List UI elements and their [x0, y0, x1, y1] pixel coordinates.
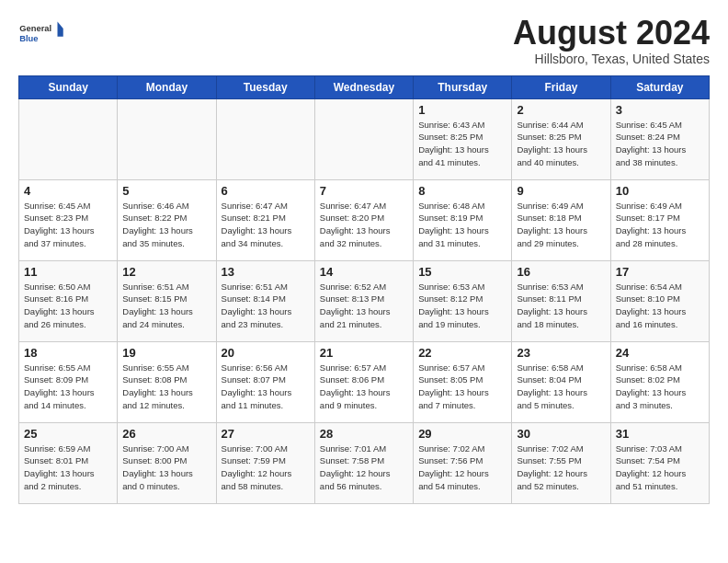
- day-number: 1: [418, 103, 506, 117]
- calendar-cell: 16Sunrise: 6:53 AMSunset: 8:11 PMDayligh…: [512, 260, 610, 341]
- day-info: Sunrise: 6:55 AMSunset: 8:08 PMDaylight:…: [122, 362, 210, 412]
- calendar-cell: [314, 98, 413, 179]
- day-number: 23: [517, 346, 605, 360]
- logo: General Blue: [18, 15, 64, 52]
- day-info: Sunrise: 6:55 AMSunset: 8:09 PMDaylight:…: [24, 362, 112, 412]
- calendar-cell: 4Sunrise: 6:45 AMSunset: 8:23 PMDaylight…: [19, 179, 118, 260]
- calendar-cell: 11Sunrise: 6:50 AMSunset: 8:16 PMDayligh…: [19, 260, 118, 341]
- day-info: Sunrise: 6:52 AMSunset: 8:13 PMDaylight:…: [320, 281, 408, 331]
- day-number: 30: [517, 427, 605, 441]
- day-number: 18: [24, 346, 112, 360]
- day-info: Sunrise: 6:51 AMSunset: 8:14 PMDaylight:…: [222, 281, 310, 331]
- day-info: Sunrise: 6:51 AMSunset: 8:15 PMDaylight:…: [122, 281, 210, 331]
- calendar-cell: 13Sunrise: 6:51 AMSunset: 8:14 PMDayligh…: [216, 260, 314, 341]
- day-info: Sunrise: 6:58 AMSunset: 8:02 PMDaylight:…: [616, 362, 704, 412]
- day-number: 27: [222, 427, 310, 441]
- calendar-cell: 15Sunrise: 6:53 AMSunset: 8:12 PMDayligh…: [414, 260, 512, 341]
- calendar-cell: 27Sunrise: 7:00 AMSunset: 7:59 PMDayligh…: [216, 422, 314, 503]
- day-info: Sunrise: 6:45 AMSunset: 8:23 PMDaylight:…: [24, 200, 112, 250]
- day-number: 21: [320, 346, 408, 360]
- day-info: Sunrise: 7:00 AMSunset: 8:00 PMDaylight:…: [122, 442, 210, 493]
- week-row-3: 11Sunrise: 6:50 AMSunset: 8:16 PMDayligh…: [19, 260, 710, 341]
- day-info: Sunrise: 7:00 AMSunset: 7:59 PMDaylight:…: [222, 442, 310, 493]
- day-number: 19: [122, 346, 210, 360]
- day-number: 8: [418, 184, 506, 198]
- calendar-cell: 6Sunrise: 6:47 AMSunset: 8:21 PMDaylight…: [216, 179, 314, 260]
- calendar-cell: 23Sunrise: 6:58 AMSunset: 8:04 PMDayligh…: [512, 341, 610, 422]
- header-sunday: Sunday: [19, 75, 118, 98]
- day-number: 6: [222, 184, 310, 198]
- day-number: 5: [122, 184, 210, 198]
- header-friday: Friday: [512, 75, 610, 98]
- day-info: Sunrise: 6:58 AMSunset: 8:04 PMDaylight:…: [517, 362, 605, 412]
- calendar-cell: 1Sunrise: 6:43 AMSunset: 8:25 PMDaylight…: [414, 98, 512, 179]
- calendar-cell: 2Sunrise: 6:44 AMSunset: 8:25 PMDaylight…: [512, 98, 610, 179]
- calendar-cell: 14Sunrise: 6:52 AMSunset: 8:13 PMDayligh…: [314, 260, 413, 341]
- day-info: Sunrise: 6:56 AMSunset: 8:07 PMDaylight:…: [222, 362, 310, 412]
- day-number: 3: [616, 103, 704, 117]
- week-row-2: 4Sunrise: 6:45 AMSunset: 8:23 PMDaylight…: [19, 179, 710, 260]
- calendar-cell: 31Sunrise: 7:03 AMSunset: 7:54 PMDayligh…: [610, 422, 709, 503]
- calendar-cell: 29Sunrise: 7:02 AMSunset: 7:56 PMDayligh…: [414, 422, 512, 503]
- location-subtitle: Hillsboro, Texas, United States: [513, 52, 710, 66]
- day-number: 10: [616, 184, 704, 198]
- calendar-cell: 18Sunrise: 6:55 AMSunset: 8:09 PMDayligh…: [19, 341, 118, 422]
- day-number: 16: [517, 265, 605, 279]
- day-number: 17: [616, 265, 704, 279]
- day-number: 13: [222, 265, 310, 279]
- day-number: 28: [320, 427, 408, 441]
- day-info: Sunrise: 6:44 AMSunset: 8:25 PMDaylight:…: [517, 119, 605, 169]
- month-year-title: August 2024: [513, 15, 710, 52]
- day-info: Sunrise: 6:54 AMSunset: 8:10 PMDaylight:…: [616, 281, 704, 331]
- day-number: 12: [122, 265, 210, 279]
- day-number: 29: [418, 427, 506, 441]
- calendar-cell: 8Sunrise: 6:48 AMSunset: 8:19 PMDaylight…: [414, 179, 512, 260]
- calendar-cell: 3Sunrise: 6:45 AMSunset: 8:24 PMDaylight…: [610, 98, 709, 179]
- header-saturday: Saturday: [610, 75, 709, 98]
- day-info: Sunrise: 6:48 AMSunset: 8:19 PMDaylight:…: [418, 200, 506, 250]
- day-info: Sunrise: 6:47 AMSunset: 8:20 PMDaylight:…: [320, 200, 408, 250]
- day-number: 2: [517, 103, 605, 117]
- calendar-header-row: SundayMondayTuesdayWednesdayThursdayFrid…: [19, 75, 710, 98]
- day-info: Sunrise: 7:02 AMSunset: 7:55 PMDaylight:…: [517, 442, 605, 493]
- week-row-4: 18Sunrise: 6:55 AMSunset: 8:09 PMDayligh…: [19, 341, 710, 422]
- day-info: Sunrise: 6:45 AMSunset: 8:24 PMDaylight:…: [616, 119, 704, 169]
- page-header: General Blue August 2024 Hillsboro, Texa…: [18, 15, 710, 66]
- calendar-cell: [118, 98, 216, 179]
- header-thursday: Thursday: [414, 75, 512, 98]
- header-wednesday: Wednesday: [314, 75, 413, 98]
- day-number: 20: [222, 346, 310, 360]
- day-number: 22: [418, 346, 506, 360]
- day-info: Sunrise: 6:57 AMSunset: 8:05 PMDaylight:…: [418, 362, 506, 412]
- day-info: Sunrise: 6:59 AMSunset: 8:01 PMDaylight:…: [24, 442, 112, 493]
- week-row-5: 25Sunrise: 6:59 AMSunset: 8:01 PMDayligh…: [19, 422, 710, 503]
- calendar-cell: [19, 98, 118, 179]
- svg-text:General: General: [19, 24, 51, 33]
- calendar-cell: 5Sunrise: 6:46 AMSunset: 8:22 PMDaylight…: [118, 179, 216, 260]
- day-number: 9: [517, 184, 605, 198]
- day-info: Sunrise: 6:43 AMSunset: 8:25 PMDaylight:…: [418, 119, 506, 169]
- calendar-cell: [216, 98, 314, 179]
- title-block: August 2024 Hillsboro, Texas, United Sta…: [513, 15, 710, 66]
- calendar-cell: 24Sunrise: 6:58 AMSunset: 8:02 PMDayligh…: [610, 341, 709, 422]
- calendar-cell: 17Sunrise: 6:54 AMSunset: 8:10 PMDayligh…: [610, 260, 709, 341]
- day-info: Sunrise: 6:46 AMSunset: 8:22 PMDaylight:…: [122, 200, 210, 250]
- day-number: 4: [24, 184, 112, 198]
- day-info: Sunrise: 6:50 AMSunset: 8:16 PMDaylight:…: [24, 281, 112, 331]
- week-row-1: 1Sunrise: 6:43 AMSunset: 8:25 PMDaylight…: [19, 98, 710, 179]
- day-info: Sunrise: 7:01 AMSunset: 7:58 PMDaylight:…: [320, 442, 408, 493]
- logo-svg: General Blue: [18, 15, 64, 52]
- calendar-cell: 30Sunrise: 7:02 AMSunset: 7:55 PMDayligh…: [512, 422, 610, 503]
- day-number: 15: [418, 265, 506, 279]
- day-info: Sunrise: 6:57 AMSunset: 8:06 PMDaylight:…: [320, 362, 408, 412]
- day-number: 26: [122, 427, 210, 441]
- day-number: 14: [320, 265, 408, 279]
- header-tuesday: Tuesday: [216, 75, 314, 98]
- calendar-cell: 26Sunrise: 7:00 AMSunset: 8:00 PMDayligh…: [118, 422, 216, 503]
- calendar-cell: 19Sunrise: 6:55 AMSunset: 8:08 PMDayligh…: [118, 341, 216, 422]
- day-info: Sunrise: 6:49 AMSunset: 8:18 PMDaylight:…: [517, 200, 605, 250]
- day-number: 31: [616, 427, 704, 441]
- day-info: Sunrise: 6:49 AMSunset: 8:17 PMDaylight:…: [616, 200, 704, 250]
- day-number: 25: [24, 427, 112, 441]
- header-monday: Monday: [118, 75, 216, 98]
